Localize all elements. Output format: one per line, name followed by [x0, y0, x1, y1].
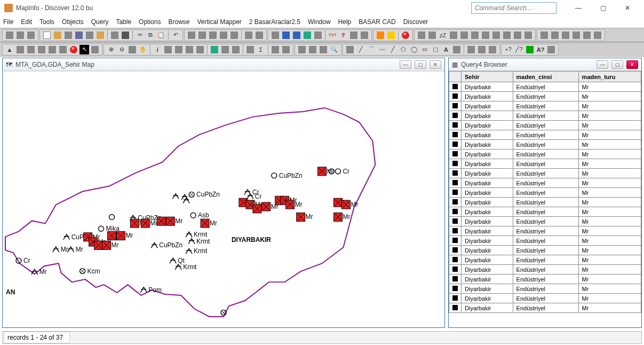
table-row[interactable]: DiyarbakirEndüstriyelMr — [449, 198, 641, 207]
cell-maden-turu[interactable]: Mr — [578, 255, 641, 265]
cell-maden-cinsi[interactable]: Endüstriyel — [513, 150, 578, 159]
cell-maden-cinsi[interactable]: Endüstriyel — [513, 217, 578, 226]
cell-maden-turu[interactable]: Mr — [578, 92, 641, 101]
table-row[interactable]: DiyarbakirEndüstriyelMr — [449, 121, 641, 130]
table-row[interactable]: DiyarbakirEndüstriyelMr — [449, 265, 641, 275]
fill-style-icon[interactable] — [525, 45, 535, 54]
cell-maden-turu[interactable]: Mr — [578, 275, 641, 284]
row-selector[interactable] — [449, 198, 462, 207]
cell-maden-turu[interactable]: Mr — [578, 265, 641, 275]
cell-maden-turu[interactable]: Mr — [578, 294, 641, 303]
table-row[interactable]: DiyarbakirEndüstriyelMr — [449, 284, 641, 294]
cell-maden-cinsi[interactable]: Endüstriyel — [513, 255, 578, 265]
cell-sehir[interactable]: Diyarbakir — [462, 303, 513, 313]
table-row[interactable]: DiyarbakirEndüstriyelMr — [449, 101, 641, 111]
menu-objects[interactable]: Objects — [62, 18, 84, 26]
table-row[interactable]: DiyarbakirEndüstriyelMr — [449, 150, 641, 159]
row-selector[interactable] — [449, 284, 462, 294]
cell-maden-cinsi[interactable]: Endüstriyel — [513, 159, 578, 169]
table-row[interactable]: DiyarbakirEndüstriyelMr — [449, 82, 641, 92]
cell-sehir[interactable]: Diyarbakir — [462, 265, 513, 275]
tool-icon[interactable] — [297, 45, 307, 54]
tool-icon[interactable] — [481, 30, 490, 40]
line-style-icon[interactable]: ╱? — [514, 45, 524, 54]
tool-icon[interactable] — [5, 30, 14, 40]
cell-maden-turu[interactable]: Mr — [578, 111, 641, 121]
tool-icon[interactable] — [90, 45, 100, 54]
tool-icon[interactable] — [229, 30, 239, 40]
row-selector[interactable] — [449, 121, 462, 130]
new-icon[interactable] — [42, 30, 52, 40]
row-selector[interactable] — [449, 217, 462, 226]
row-selector[interactable] — [449, 275, 462, 284]
cell-maden-cinsi[interactable]: Endüstriyel — [513, 178, 578, 188]
tool-icon[interactable] — [163, 45, 173, 54]
tool-icon[interactable] — [255, 30, 264, 40]
table-row[interactable]: DiyarbakirEndüstriyelMr — [449, 169, 641, 178]
row-selector-header[interactable] — [449, 72, 462, 82]
cell-maden-turu[interactable]: Mr — [578, 130, 641, 140]
tool-icon[interactable] — [593, 30, 602, 40]
col-header-maden-turu[interactable]: maden_turu — [578, 72, 641, 82]
cut-icon[interactable]: ✂ — [135, 30, 145, 40]
menu-basar-araclar[interactable]: 2 BasarAraclar2.5 — [249, 18, 300, 26]
cell-maden-cinsi[interactable]: Endüstriyel — [513, 92, 578, 101]
tool-icon[interactable] — [58, 45, 68, 54]
table-row[interactable]: DiyarbakirEndüstriyelMr — [449, 159, 641, 169]
table-row[interactable]: DiyarbakirEndüstriyelMr — [449, 92, 641, 101]
menu-basar-cad[interactable]: BASAR CAD — [359, 18, 395, 26]
query-maximize-button[interactable]: ▢ — [611, 60, 623, 69]
cell-maden-turu[interactable]: Mr — [578, 198, 641, 207]
cell-maden-cinsi[interactable]: Endüstriyel — [513, 140, 578, 150]
cell-maden-cinsi[interactable]: Endüstriyel — [513, 188, 578, 198]
txt-tool-icon[interactable]: TXT — [328, 30, 337, 40]
map-minimize-button[interactable]: ― — [400, 60, 411, 69]
cell-sehir[interactable]: Diyarbakir — [462, 178, 513, 188]
open-icon[interactable] — [53, 30, 62, 40]
cell-sehir[interactable]: Diyarbakir — [462, 111, 513, 121]
row-selector[interactable] — [449, 255, 462, 265]
cell-sehir[interactable]: Diyarbakir — [462, 159, 513, 169]
cell-maden-turu[interactable]: Mr — [578, 188, 641, 198]
tool-icon[interactable] — [197, 30, 207, 40]
tool-icon[interactable] — [281, 45, 291, 54]
menu-file[interactable]: File — [3, 18, 13, 26]
row-selector[interactable] — [449, 82, 462, 92]
cell-maden-cinsi[interactable]: Endüstriyel — [513, 226, 578, 236]
cell-sehir[interactable]: Diyarbakir — [462, 284, 513, 294]
cell-sehir[interactable]: Diyarbakir — [462, 246, 513, 255]
menu-window[interactable]: Window — [308, 18, 331, 26]
cell-maden-turu[interactable]: Mr — [578, 169, 641, 178]
menu-table[interactable]: Table — [116, 18, 131, 26]
menu-help[interactable]: Help — [338, 18, 352, 26]
cell-maden-cinsi[interactable]: Endüstriyel — [513, 236, 578, 246]
menu-query[interactable]: Query — [91, 18, 109, 26]
copy-icon[interactable]: ⧉ — [146, 30, 155, 40]
tool-icon[interactable] — [417, 30, 426, 40]
tool-icon[interactable] — [360, 30, 369, 40]
table-row[interactable]: DiyarbakirEndüstriyelMr — [449, 188, 641, 198]
cell-maden-cinsi[interactable]: Endüstriyel — [513, 265, 578, 275]
menu-edit[interactable]: Edit — [21, 18, 32, 26]
cell-maden-cinsi[interactable]: Endüstriyel — [513, 130, 578, 140]
search-icon[interactable]: 🔍 — [329, 45, 339, 54]
row-selector[interactable] — [449, 188, 462, 198]
tool-icon[interactable] — [502, 30, 512, 40]
tool-icon[interactable] — [349, 30, 359, 40]
info-icon[interactable]: i — [153, 45, 162, 54]
tool-icon[interactable] — [85, 30, 94, 40]
cell-sehir[interactable]: Diyarbakir — [462, 82, 513, 92]
tool-icon[interactable] — [110, 30, 120, 40]
table-row[interactable]: DiyarbakirEndüstriyelMr — [449, 140, 641, 150]
tool-icon[interactable] — [582, 30, 592, 40]
tool-icon[interactable] — [539, 30, 549, 40]
close-tool-icon[interactable] — [401, 30, 410, 40]
row-selector[interactable] — [449, 207, 462, 217]
tool-icon[interactable] — [220, 45, 230, 54]
table-row[interactable]: DiyarbakirEndüstriyelMr — [449, 275, 641, 284]
tool-icon[interactable]: ⬠ — [399, 45, 408, 54]
table-row[interactable]: DiyarbakirEndüstriyelMr — [449, 207, 641, 217]
query-browser-scroll[interactable]: Sehir maden_cinsi maden_turu DiyarbakirE… — [449, 71, 641, 327]
cell-maden-turu[interactable]: Mr — [578, 178, 641, 188]
cell-maden-cinsi[interactable]: Endüstriyel — [513, 246, 578, 255]
